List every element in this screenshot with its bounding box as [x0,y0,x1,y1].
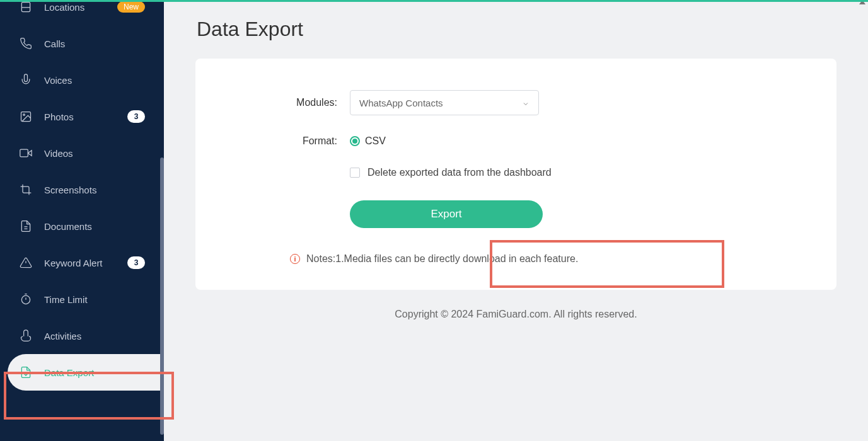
sidebar-item-label: Voices [44,75,72,86]
chevron-down-icon [522,99,529,106]
mic-icon [19,73,33,87]
crop-icon [19,183,33,197]
format-row: Format: CSV [233,135,799,147]
export-icon [19,365,33,379]
page-title: Data Export [197,18,868,41]
sidebar-item-screenshots[interactable]: Screenshots [0,171,164,208]
sidebar-item-label: Data Export [44,367,94,378]
sidebar-item-label: Screenshots [44,185,96,195]
sidebar-item-label: Documents [44,221,92,232]
modules-select[interactable]: WhatsApp Contacts [350,90,539,115]
sidebar-item-voices[interactable]: Voices [0,62,164,98]
progress-bar [0,0,868,2]
info-icon: i [290,254,300,264]
sidebar-item-label: Locations [44,2,84,13]
modules-value: WhatsApp Contacts [359,98,443,108]
modules-label: Modules: [233,97,337,108]
modules-row: Modules: WhatsApp Contacts [233,90,799,115]
pointer-icon [19,329,33,343]
export-button[interactable]: Export [350,200,543,228]
sidebar-item-keyword-alert[interactable]: Keyword Alert 3 [0,244,164,281]
format-label: Format: [233,135,337,147]
notes-row: i Notes:1.Media files can be directly do… [290,253,799,265]
badge-new: New [117,1,145,13]
sidebar-item-label: Activities [44,331,81,341]
svg-rect-0 [21,3,30,12]
sidebar-item-label: Photos [44,112,74,122]
badge-count: 3 [127,110,145,123]
main-content: Data Export Modules: WhatsApp Contacts F… [164,0,868,441]
svg-rect-5 [20,149,28,157]
alert-icon [19,256,33,270]
sidebar-item-documents[interactable]: Documents [0,208,164,244]
checkbox-icon [350,168,360,178]
map-pin-icon [19,0,33,14]
delete-checkbox[interactable]: Delete exported data from the dashboard [350,167,552,178]
export-card: Modules: WhatsApp Contacts Format: CSV D… [195,59,836,290]
sidebar: Locations New Calls Voices Photos 3 Vide… [0,0,164,441]
sidebar-item-label: Videos [44,148,73,159]
format-radio-csv[interactable]: CSV [350,135,386,147]
sidebar-item-label: Calls [44,38,65,49]
sidebar-item-data-export[interactable]: Data Export [8,354,164,391]
video-icon [19,146,33,160]
sidebar-item-calls[interactable]: Calls [0,25,164,62]
notes-text: Notes:1.Media files can be directly down… [306,253,578,265]
sidebar-item-photos[interactable]: Photos 3 [0,98,164,135]
phone-icon [19,37,33,50]
radio-icon [350,136,360,146]
svg-marker-4 [28,151,32,156]
delete-label: Delete exported data from the dashboard [367,167,552,178]
file-icon [19,219,33,233]
sidebar-item-label: Keyword Alert [44,258,103,268]
sidebar-item-label: Time Limit [44,294,88,305]
badge-count: 3 [127,256,145,269]
svg-point-3 [23,114,25,116]
sidebar-item-time-limit[interactable]: Time Limit [0,281,164,318]
sidebar-item-activities[interactable]: Activities [0,318,164,354]
stopwatch-icon [19,292,33,306]
format-value: CSV [365,135,386,147]
sidebar-item-locations[interactable]: Locations New [0,0,164,25]
copyright: Copyright © 2024 FamiGuard.com. All righ… [164,309,868,320]
sidebar-item-videos[interactable]: Videos [0,135,164,171]
image-icon [19,110,33,123]
